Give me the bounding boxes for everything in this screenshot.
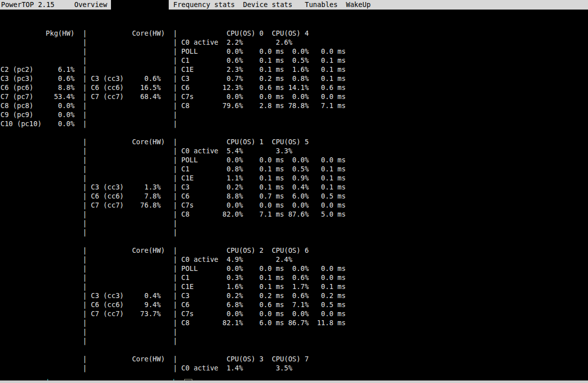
terminal-row: | | C1 0.8% 0.1 ms 0.5% 0.1 ms xyxy=(1,164,345,173)
tab-device-stats[interactable]: Device stats xyxy=(243,0,292,10)
tab-wakeup[interactable]: WakeUp xyxy=(346,0,371,10)
terminal-row xyxy=(1,128,345,137)
tab-tunables[interactable]: Tunables xyxy=(305,0,337,10)
terminal-row: | | C0 active 1.4% 3.5% xyxy=(1,363,345,372)
terminal-row: | | C0 active 2.2% 2.6% xyxy=(1,38,345,47)
terminal-row: C10 (pc10) 0.0% | | xyxy=(1,119,345,128)
tab-bar: PowerTOP 2.15 Overview Idle stats Freque… xyxy=(0,0,588,10)
terminal-row: | C7 (cc7) 73.7% | C7s 0.0% 0.0 ms 0.0% … xyxy=(1,309,345,318)
terminal-row: | | POLL 0.0% 0.0 ms 0.0% 0.0 ms xyxy=(1,264,345,273)
terminal-row: C3 (pc3) 0.6% | C3 (cc3) 0.6% | C3 0.7% … xyxy=(1,74,345,83)
terminal-row xyxy=(1,237,345,246)
powertop-terminal: PowerTOP 2.15 Overview Idle stats Freque… xyxy=(0,0,588,383)
terminal-row: C6 (pc6) 8.8% | C6 (cc6) 16.5% | C6 12.3… xyxy=(1,83,345,92)
terminal-row: | | POLL 0.0% 0.0 ms 0.0% 0.0 ms xyxy=(1,47,345,56)
terminal-row: C7 (pc7) 53.4% | C7 (cc7) 68.4% | C7s 0.… xyxy=(1,92,345,101)
terminal-row: | C3 (cc3) 0.4% | C3 0.2% 0.2 ms 0.6% 0.… xyxy=(1,291,345,300)
terminal-row: | | C8 82.1% 6.0 ms 86.7% 11.8 ms xyxy=(1,318,345,327)
terminal-row: | | C1 0.6% 0.1 ms 0.5% 0.1 ms xyxy=(1,56,345,65)
terminal-row xyxy=(1,11,345,20)
bottom-status-strip xyxy=(0,380,588,383)
terminal-row: Pkg(HW) | Core(HW) | CPU(OS) 0 CPU(OS) 4 xyxy=(1,29,345,38)
terminal-row: | | C1 0.3% 0.1 ms 0.6% 0.0 ms xyxy=(1,273,345,282)
terminal-row: | | xyxy=(1,327,345,336)
terminal-row: C8 (pc8) 0.0% | | C8 79.6% 2.8 ms 78.8% … xyxy=(1,101,345,110)
idle-stats-table: Pkg(HW) | Core(HW) | CPU(OS) 0 CPU(OS) 4… xyxy=(1,11,345,372)
terminal-row: | | C1E 1.6% 0.1 ms 1.7% 0.1 ms xyxy=(1,282,345,291)
terminal-row: | C7 (cc7) 76.8% | C7s 0.0% 0.0 ms 0.0% … xyxy=(1,201,345,210)
terminal-row: C9 (pc9) 0.0% | | xyxy=(1,110,345,119)
terminal-row xyxy=(1,20,345,29)
terminal-row: | | POLL 0.0% 0.0 ms 0.0% 0.0 ms xyxy=(1,155,345,164)
app-title: PowerTOP 2.15 xyxy=(1,0,54,10)
terminal-row: C2 (pc2) 6.1% | | C1E 2.3% 0.1 ms 1.6% 0… xyxy=(1,65,345,74)
terminal-row: | C3 (cc3) 1.3% | C3 0.2% 0.1 ms 0.4% 0.… xyxy=(1,182,345,191)
terminal-row xyxy=(1,345,345,354)
terminal-row: | Core(HW) | CPU(OS) 3 CPU(OS) 7 xyxy=(1,354,345,363)
terminal-row: | Core(HW) | CPU(OS) 2 CPU(OS) 6 xyxy=(1,246,345,255)
terminal-row: | Core(HW) | CPU(OS) 1 CPU(OS) 5 xyxy=(1,137,345,146)
terminal-row: | | C8 82.0% 7.1 ms 87.6% 5.0 ms xyxy=(1,210,345,219)
terminal-row: | C6 (cc6) 9.4% | C6 6.8% 0.6 ms 7.1% 0.… xyxy=(1,300,345,309)
terminal-row: | | xyxy=(1,336,345,345)
terminal-row: | | C0 active 5.4% 3.3% xyxy=(1,146,345,155)
tab-idle-stats[interactable]: Idle stats xyxy=(111,0,169,10)
terminal-row: | | C1E 1.1% 0.1 ms 0.9% 0.1 ms xyxy=(1,173,345,182)
terminal-row: | | C0 active 4.9% 2.4% xyxy=(1,255,345,264)
terminal-row: | C6 (cc6) 7.8% | C6 8.8% 0.7 ms 6.0% 0.… xyxy=(1,191,345,201)
tab-overview[interactable]: Overview xyxy=(74,0,107,10)
tab-frequency-stats[interactable]: Frequency stats xyxy=(173,0,235,10)
terminal-row: | | xyxy=(1,228,345,237)
terminal-row: | | xyxy=(1,219,345,228)
